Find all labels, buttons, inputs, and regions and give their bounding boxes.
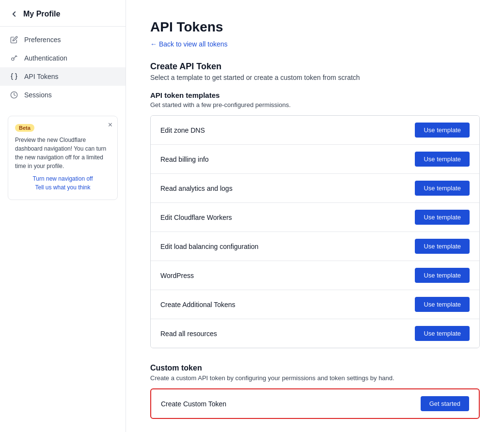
sidebar: My Profile Preferences Au <box>0 0 126 432</box>
braces-icon <box>10 72 18 81</box>
create-section-title: Create API Token <box>150 62 480 72</box>
template-row: Read all resourcesUse template <box>151 319 479 348</box>
template-name: Edit zone DNS <box>160 126 205 134</box>
page-title: API Tokens <box>150 19 480 35</box>
back-to-tokens-link[interactable]: ← Back to view all tokens <box>150 40 228 48</box>
subtitle-text: Select a template to get started or crea… <box>150 74 360 81</box>
create-api-token-section: Create API Token Select a template to ge… <box>150 62 480 81</box>
custom-token-section: Custom token Create a custom API token b… <box>150 364 480 419</box>
svg-line-3 <box>16 56 16 56</box>
tell-us-link[interactable]: Tell us what you think <box>15 184 110 191</box>
sidebar-item-authentication[interactable]: Authentication <box>0 49 126 67</box>
template-name: Edit load balancing configuration <box>160 243 258 250</box>
beta-badge: Beta <box>15 124 34 132</box>
main-content: API Tokens ← Back to view all tokens Cre… <box>126 0 504 432</box>
custom-token-row: Create Custom Token Get started <box>150 388 480 419</box>
templates-section: API token templates Get started with a f… <box>150 91 480 348</box>
beta-card: Beta × Preview the new Cloudflare dashbo… <box>8 116 118 200</box>
use-template-button[interactable]: Use template <box>415 210 470 225</box>
template-row: Read billing infoUse template <box>151 145 479 174</box>
template-row: Edit zone DNSUse template <box>151 116 479 145</box>
custom-section-title: Custom token <box>150 364 480 372</box>
sidebar-item-label-api-tokens: API Tokens <box>24 73 59 80</box>
template-name: WordPress <box>160 272 194 279</box>
template-name: Create Additional Tokens <box>160 301 236 309</box>
template-row: WordPressUse template <box>151 261 479 290</box>
sidebar-nav: Preferences Authentication <box>0 27 126 108</box>
template-name: Edit Cloudflare Workers <box>160 214 232 221</box>
sidebar-item-sessions[interactable]: Sessions <box>0 86 126 104</box>
template-name: Read analytics and logs <box>160 185 233 192</box>
template-row: Create Additional TokensUse template <box>151 290 479 319</box>
custom-section-desc: Create a custom API token by configuring… <box>150 374 480 382</box>
use-template-button[interactable]: Use template <box>415 297 470 312</box>
sidebar-item-label-authentication: Authentication <box>24 54 67 62</box>
template-row: Read analytics and logsUse template <box>151 174 479 203</box>
templates-table: Edit zone DNSUse templateRead billing in… <box>150 115 480 348</box>
sidebar-item-api-tokens[interactable]: API Tokens <box>0 67 126 86</box>
use-template-button[interactable]: Use template <box>415 123 470 138</box>
create-section-subtitle: Select a template to get started or crea… <box>150 74 480 81</box>
svg-line-2 <box>16 56 17 56</box>
templates-section-desc: Get started with a few pre-configured pe… <box>150 101 480 108</box>
use-template-button[interactable]: Use template <box>415 181 470 196</box>
sidebar-item-label-sessions: Sessions <box>24 91 52 99</box>
sidebar-title: My Profile <box>23 10 60 18</box>
beta-card-text: Preview the new Cloudflare dashboard nav… <box>15 136 110 170</box>
use-template-button[interactable]: Use template <box>415 239 470 254</box>
template-row: Edit load balancing configurationUse tem… <box>151 232 479 261</box>
template-name: Read billing info <box>160 155 209 163</box>
key-icon <box>10 54 18 62</box>
templates-section-label: API token templates <box>150 91 480 99</box>
back-arrow-icon[interactable] <box>10 10 18 18</box>
sidebar-item-label-preferences: Preferences <box>24 36 61 44</box>
clock-icon <box>10 91 18 99</box>
pencil-icon <box>10 35 18 44</box>
get-started-button[interactable]: Get started <box>421 396 469 411</box>
turn-off-navigation-link[interactable]: Turn new navigation off <box>15 175 110 182</box>
sidebar-header: My Profile <box>0 0 126 27</box>
use-template-button[interactable]: Use template <box>415 268 470 283</box>
sidebar-item-preferences[interactable]: Preferences <box>0 31 126 49</box>
template-row: Edit Cloudflare WorkersUse template <box>151 203 479 232</box>
custom-token-name: Create Custom Token <box>161 400 226 408</box>
use-template-button[interactable]: Use template <box>415 152 470 167</box>
use-template-button[interactable]: Use template <box>415 326 470 341</box>
close-icon[interactable]: × <box>108 121 112 129</box>
template-name: Read all resources <box>160 330 217 338</box>
